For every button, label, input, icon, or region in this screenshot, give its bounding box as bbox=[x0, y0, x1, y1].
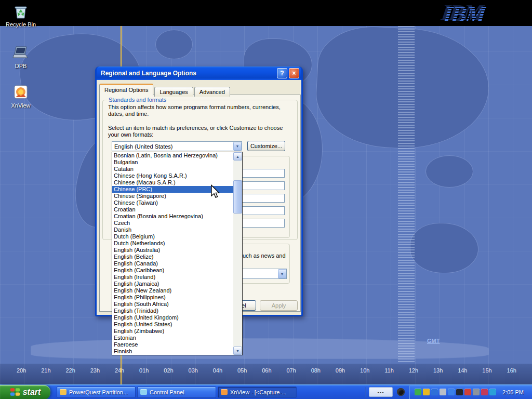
taskbar-task-button[interactable]: PowerQuest Partition... bbox=[57, 387, 136, 398]
tray-icon[interactable] bbox=[473, 389, 480, 395]
dropdown-option[interactable]: English (Belize) bbox=[112, 254, 233, 260]
hour-label: 04h bbox=[213, 367, 222, 384]
hour-label: 21h bbox=[41, 367, 50, 384]
desktop-icon-dpb[interactable]: DPB bbox=[1, 45, 41, 69]
hour-label: 15h bbox=[482, 367, 491, 384]
taskbar: start PowerQuest Partition... Control Pa… bbox=[0, 384, 532, 399]
tray-icon[interactable] bbox=[431, 389, 438, 395]
dropdown-option[interactable]: English (Canada) bbox=[112, 260, 233, 267]
tray-icons bbox=[415, 389, 496, 395]
hour-label: 22h bbox=[65, 367, 75, 384]
gmt-label: GMT bbox=[427, 338, 440, 344]
map-continent bbox=[156, 30, 192, 59]
dropdown-option[interactable]: Czech bbox=[112, 220, 233, 227]
clock: 2:05 PM bbox=[502, 389, 524, 395]
map-continent bbox=[31, 339, 488, 358]
close-button[interactable]: × bbox=[289, 68, 299, 78]
hour-label: 08h bbox=[311, 367, 321, 384]
location-description-fragment: uch as news and bbox=[243, 252, 286, 259]
dropdown-option[interactable]: English (Zimbabwe) bbox=[112, 328, 233, 335]
dropdown-option[interactable]: Faeroese bbox=[112, 341, 233, 348]
dropdown-option[interactable]: Dutch (Belgium) bbox=[112, 233, 233, 240]
tray-icon[interactable] bbox=[440, 389, 446, 395]
desktop-icon-xnview[interactable]: XnView bbox=[1, 84, 41, 109]
dropdown-option[interactable]: English (Jamaica) bbox=[112, 281, 233, 287]
hour-label: 01h bbox=[139, 367, 149, 384]
tab-strip: Regional OptionsLanguagesAdvanced bbox=[99, 84, 231, 96]
hour-label: 24h bbox=[115, 367, 124, 384]
select-item-instruction: your own formats: bbox=[108, 131, 153, 138]
dropdown-option[interactable]: Bulgarian bbox=[112, 159, 233, 166]
toolbar-overflow-button[interactable]: --- bbox=[369, 387, 393, 397]
dropdown-option[interactable]: English (United States) bbox=[112, 321, 233, 328]
hour-label: 20h bbox=[17, 367, 26, 384]
scrollbar-thumb[interactable] bbox=[233, 180, 242, 214]
tray-icon[interactable] bbox=[481, 389, 488, 395]
tab[interactable]: Regional Options bbox=[99, 84, 153, 96]
scroll-up-button[interactable]: ▲ bbox=[233, 152, 242, 161]
combo-dropdown-arrow-icon[interactable]: ▼ bbox=[278, 269, 286, 278]
hour-label: 07h bbox=[286, 367, 296, 384]
start-button[interactable]: start bbox=[0, 385, 50, 399]
dropdown-option[interactable]: Bosnian (Latin, Bosnia and Herzegovina) bbox=[112, 152, 233, 159]
dropdown-option[interactable]: English (Philippines) bbox=[112, 294, 233, 301]
dropdown-option[interactable]: Croatian bbox=[112, 206, 233, 213]
tray-icon[interactable] bbox=[464, 389, 471, 395]
dropdown-option[interactable]: Chinese (Hong Kong S.A.R.) bbox=[112, 172, 233, 179]
window-title: Regional and Language Options bbox=[101, 70, 275, 77]
window-titlebar[interactable]: Regional and Language Options ? × bbox=[97, 66, 301, 80]
desktop-icon-recycle-bin[interactable]: Recycle Bin bbox=[1, 3, 41, 28]
dropdown-option[interactable]: English (New Zealand) bbox=[112, 287, 233, 294]
dropdown-option[interactable]: English (Caribbean) bbox=[112, 267, 233, 274]
map-continent bbox=[410, 223, 478, 273]
tab[interactable]: Languages bbox=[154, 87, 193, 97]
tray-icon[interactable] bbox=[448, 389, 455, 395]
dropdown-option[interactable]: Finnish bbox=[112, 348, 233, 355]
recycle-bin-icon bbox=[12, 3, 30, 20]
taskbar-task-button[interactable]: XnView - [<Capture-... bbox=[218, 387, 297, 398]
tray-icon[interactable] bbox=[456, 389, 463, 395]
xnview-icon bbox=[12, 84, 30, 101]
task-buttons: PowerQuest Partition... Control Panel Xn… bbox=[57, 387, 297, 398]
tab[interactable]: Advanced bbox=[194, 87, 230, 97]
dropdown-option[interactable]: English (Trinidad) bbox=[112, 308, 233, 314]
hour-label: 12h bbox=[409, 367, 418, 384]
window-icon bbox=[140, 389, 147, 395]
locale-combobox[interactable]: English (United States) ▼ bbox=[112, 141, 242, 151]
dropdown-scrollbar[interactable]: ▲ ▼ bbox=[233, 152, 242, 355]
laptop-icon bbox=[12, 45, 30, 61]
window-icon bbox=[221, 389, 228, 395]
dropdown-option[interactable]: English (Ireland) bbox=[112, 274, 233, 281]
hour-label: 06h bbox=[262, 367, 271, 384]
tray-icon[interactable] bbox=[415, 389, 421, 395]
desktop-icon-label: XnView bbox=[1, 102, 41, 109]
standards-description: dates, and time. bbox=[108, 111, 149, 117]
scrollbar-track[interactable] bbox=[233, 161, 242, 347]
select-item-instruction: Select an item to match its preferences,… bbox=[108, 125, 283, 131]
dropdown-option[interactable]: Croatian (Bosnia and Herzegovina) bbox=[112, 213, 233, 220]
tray-icon[interactable] bbox=[423, 389, 430, 395]
hour-label: 11h bbox=[384, 367, 394, 384]
dropdown-option[interactable]: English (South Africa) bbox=[112, 301, 233, 308]
dropdown-option[interactable]: Catalan bbox=[112, 166, 233, 172]
start-label: start bbox=[23, 388, 41, 397]
help-button[interactable]: ? bbox=[277, 68, 287, 78]
dropdown-option[interactable]: Dutch (Netherlands) bbox=[112, 240, 233, 247]
dropdown-option[interactable]: English (United Kingdom) bbox=[112, 314, 233, 321]
tray-icon[interactable] bbox=[489, 389, 496, 395]
combo-dropdown-arrow-icon[interactable]: ▼ bbox=[233, 142, 242, 151]
dropdown-option[interactable]: Danish bbox=[112, 227, 233, 233]
date-line-hatch bbox=[398, 26, 415, 364]
taskbar-separator bbox=[365, 387, 366, 397]
dropdown-option[interactable]: Estonian bbox=[112, 335, 233, 341]
locale-dropdown-list: Bosnian (Latin, Bosnia and Herzegovina)B… bbox=[112, 152, 243, 355]
group-title: Standards and formats bbox=[107, 97, 168, 103]
taskbar-task-button[interactable]: Control Panel bbox=[137, 387, 216, 398]
taskbar-tool-icon[interactable] bbox=[397, 388, 405, 396]
customize-button[interactable]: Customize... bbox=[247, 141, 285, 151]
dropdown-option[interactable]: English (Australia) bbox=[112, 247, 233, 254]
scroll-down-button[interactable]: ▼ bbox=[233, 347, 242, 355]
windows-flag-icon bbox=[10, 388, 20, 396]
hour-label: 09h bbox=[336, 367, 345, 384]
apply-button: Apply bbox=[260, 300, 298, 311]
